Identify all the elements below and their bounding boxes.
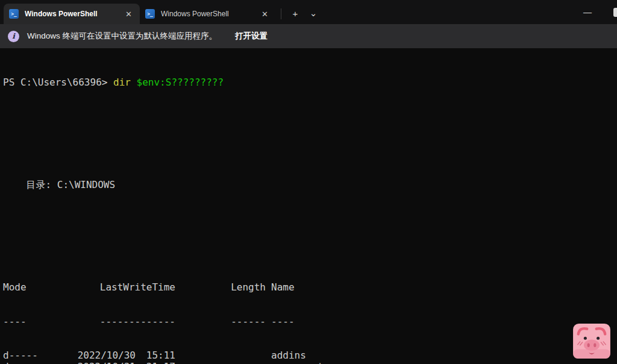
listing-header: ModeLastWriteTimeLengthName — [3, 282, 617, 293]
header-mode: Mode — [3, 282, 75, 293]
tab-windows-powershell-2[interactable]: >_ Windows PowerShell ✕ — [140, 4, 276, 24]
cell-time: 21:17 — [136, 362, 175, 364]
directory-line: 目录: C:\WINDOWS — [3, 180, 617, 191]
tab-title: Windows PowerShell — [161, 10, 260, 18]
table-row: d-----2022/10/3015:11addins — [3, 350, 617, 362]
tab-title: Windows PowerShell — [25, 10, 124, 18]
header-length: Length — [175, 282, 266, 293]
listing-underline: --------------------------- — [3, 316, 617, 328]
open-settings-link[interactable]: 打开设置 — [235, 31, 268, 42]
cell-name: addins — [271, 350, 306, 362]
pig-watermark — [573, 324, 610, 359]
powershell-icon: >_ — [9, 9, 19, 19]
cell-name: appcompat — [271, 362, 324, 364]
window-controls: — — [574, 0, 617, 24]
prompt-line: PS C:\Users\66396> dir $env:S????????? — [3, 77, 617, 89]
cell-mode: d----- — [3, 362, 75, 364]
header-name: Name — [271, 282, 295, 293]
cell-date: 2022/10/30 — [75, 350, 136, 362]
cell-date: 2022/10/31 — [75, 362, 136, 364]
powershell-icon: >_ — [145, 9, 155, 19]
pig-face-icon — [573, 324, 610, 359]
close-tab-icon[interactable]: ✕ — [124, 10, 134, 19]
cell-mode: d----- — [3, 350, 75, 362]
tab-windows-powershell-1[interactable]: >_ Windows PowerShell ✕ — [4, 4, 140, 24]
header-lastwritetime: LastWriteTime — [75, 282, 175, 293]
prompt-text: PS C:\Users\66396> — [3, 77, 113, 88]
banner-message: Windows 终端可在设置中设置为默认终端应用程序。 — [27, 31, 217, 42]
command-text: dir — [113, 77, 131, 88]
cell-time: 15:11 — [136, 350, 175, 362]
table-row: d-----2022/10/3121:17appcompat — [3, 362, 617, 364]
tab-dropdown-button[interactable]: ⌄ — [304, 4, 322, 22]
command-argument: $env:S????????? — [137, 77, 224, 88]
new-tab-button[interactable]: + — [286, 4, 304, 22]
maximize-button[interactable] — [613, 8, 617, 17]
titlebar: >_ Windows PowerShell ✕ >_ Windows Power… — [0, 0, 617, 24]
minimize-button[interactable]: — — [574, 0, 601, 24]
terminal-output[interactable]: PS C:\Users\66396> dir $env:S????????? 目… — [0, 48, 617, 364]
tab-separator — [281, 8, 281, 19]
listing-rows: d-----2022/10/3015:11addinsd-----2022/10… — [3, 350, 617, 364]
default-terminal-banner: i Windows 终端可在设置中设置为默认终端应用程序。 打开设置 — [0, 24, 617, 48]
close-tab-icon[interactable]: ✕ — [260, 10, 270, 19]
info-icon: i — [8, 31, 19, 42]
windows-terminal-window: >_ Windows PowerShell ✕ >_ Windows Power… — [0, 0, 617, 364]
cell-length — [175, 350, 266, 362]
cell-length — [175, 362, 266, 364]
